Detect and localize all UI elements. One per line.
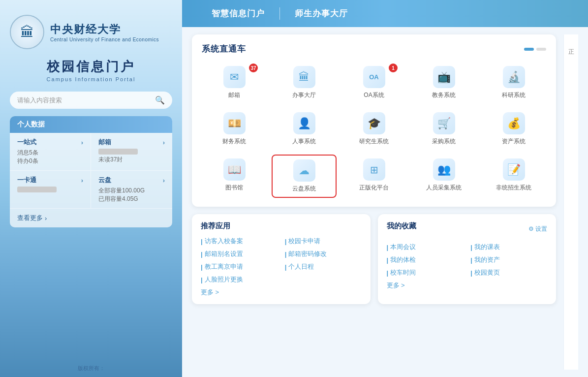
system-item-genuine[interactable]: ⊞ 正版化平台 [341, 155, 406, 198]
enroll-icon: 📝 [503, 158, 525, 181]
favorites-more[interactable]: 更多 > [387, 281, 548, 290]
system-direct-card: 系统直通车 37 ✉ 邮箱 🏛 办事大厅 [192, 34, 556, 207]
messages-count: 消息5条 [17, 149, 83, 157]
nav-affairs-hall[interactable]: 师生办事大厅 [280, 8, 363, 19]
email-address-blurred [98, 149, 165, 156]
bottom-cards: 推荐应用 访客入校备案 校园卡申请 邮箱别名设置 邮箱密码修改 教工离京申请 个… [192, 214, 556, 304]
system-item-enroll[interactable]: 📝 非统招生系统 [481, 155, 546, 198]
link-face-photo[interactable]: 人脸照片更换 [201, 275, 278, 284]
portal-title: 校园信息门户 Campus Information Portal [0, 54, 182, 84]
recommend-more[interactable]: 更多 > [201, 288, 362, 297]
affairs-label: 办事大厅 [292, 91, 316, 99]
view-more-label: 查看更多 [17, 214, 43, 222]
favorites-card: 我的收藏 ⚙ 设置 本周会议 我的课表 我的体检 我的资产 校车时间 校园黄页 … [378, 214, 557, 304]
system-item-cloud[interactable]: ☁ 云盘系统 [272, 155, 337, 198]
cell-yunpan-header: 云盘 › [98, 176, 165, 185]
system-item-purchase[interactable]: 🛒 采购系统 [411, 108, 476, 150]
favorites-header: 我的收藏 ⚙ 设置 [387, 221, 548, 237]
school-name-area: 中央财经大学 Central University of Finance and… [50, 22, 159, 42]
cell-yunpan-arrow: › [163, 177, 165, 184]
cell-yizhanshi-info: 消息5条 待办0条 [17, 149, 83, 165]
system-item-hr[interactable]: 👤 人事系统 [272, 108, 337, 150]
cell-mailbox[interactable]: 邮箱 › 未读37封 [91, 133, 172, 171]
link-email-alias[interactable]: 邮箱别名设置 [201, 250, 278, 258]
oa-badge: 1 [389, 63, 398, 72]
dot-2 [536, 48, 546, 51]
system-item-mail[interactable]: 37 ✉ 邮箱 [202, 62, 267, 103]
system-item-oa[interactable]: 1 OA OA系统 [341, 62, 406, 103]
link-visitor[interactable]: 访客入校备案 [201, 237, 278, 246]
system-icons-grid: 37 ✉ 邮箱 🏛 办事大厅 1 OA OA系统 📺 [202, 62, 546, 198]
system-item-personnel[interactable]: 👥 人员采集系统 [411, 155, 476, 198]
cell-yunpan-title: 云盘 [98, 176, 111, 185]
fav-health-check[interactable]: 我的体检 [387, 255, 464, 264]
cell-yizhanshi-arrow: › [81, 139, 83, 146]
link-email-password[interactable]: 邮箱密码修改 [285, 250, 362, 258]
system-item-library[interactable]: 📖 图书馆 [202, 155, 267, 198]
system-item-assets[interactable]: 💰 资产系统 [481, 108, 546, 150]
cell-yunpan-info: 全部容量100.00G 已用容量4.05G [98, 187, 165, 203]
purchase-icon: 🛒 [433, 112, 455, 134]
cell-mailbox-title: 邮箱 [98, 138, 111, 147]
research-label: 科研系统 [502, 91, 526, 99]
view-more-btn[interactable]: 查看更多 › [10, 209, 172, 227]
link-leave-beijing[interactable]: 教工离京申请 [201, 262, 278, 271]
oa-label: OA系统 [364, 91, 384, 99]
cell-yikatong-arrow: › [81, 177, 83, 184]
system-item-graduate[interactable]: 🎓 研究生系统 [341, 108, 406, 150]
favorites-settings-btn[interactable]: ⚙ 设置 [528, 225, 547, 233]
cell-mailbox-info: 未读37封 [98, 149, 165, 164]
school-name-english: Central University of Finance and Econom… [50, 37, 159, 42]
right-panel: 智慧信息门户 师生办事大厅 系统直通车 37 ✉ [182, 0, 588, 377]
view-more-arrow: › [45, 215, 47, 222]
mail-icon: ✉ [223, 66, 246, 88]
system-item-affairs[interactable]: 🏛 办事大厅 [272, 62, 337, 103]
logo-area: 🏛 中央财经大学 Central University of Finance a… [0, 0, 182, 54]
cell-mailbox-header: 邮箱 › [98, 138, 165, 147]
finance-label: 财务系统 [222, 137, 246, 146]
fav-weekly-meeting[interactable]: 本周会议 [387, 243, 464, 251]
personal-data-grid: 一站式 › 消息5条 待办0条 邮箱 › [10, 133, 172, 209]
school-name-chinese: 中央财经大学 [50, 22, 159, 37]
fav-bus-time[interactable]: 校车时间 [387, 268, 464, 277]
genuine-label: 正版化平台 [359, 184, 389, 192]
cell-yizhanshi[interactable]: 一站式 › 消息5条 待办0条 [10, 133, 91, 171]
cell-yikatong[interactable]: 一卡通 › [10, 171, 91, 209]
academic-icon: 📺 [433, 66, 455, 88]
genuine-icon: ⊞ [363, 158, 385, 181]
favorites-links-grid: 本周会议 我的课表 我的体检 我的资产 校车时间 校园黄页 [387, 243, 548, 277]
card-number-blurred [17, 187, 83, 193]
left-panel: 🏛 中央财经大学 Central University of Finance a… [0, 0, 182, 377]
dot-1 [524, 48, 534, 51]
search-bar[interactable]: 请输入内容搜索 🔍 [10, 92, 172, 109]
search-icon[interactable]: 🔍 [155, 95, 165, 105]
recommend-title: 推荐应用 [201, 221, 362, 231]
system-item-academic[interactable]: 📺 教务系统 [411, 62, 476, 103]
logo-icon: 🏛 [20, 24, 34, 40]
cell-yizhanshi-title: 一站式 [17, 138, 36, 147]
affairs-icon: 🏛 [293, 66, 315, 88]
fav-my-assets[interactable]: 我的资产 [470, 255, 547, 264]
nav-smart-portal[interactable]: 智慧信息门户 [197, 8, 279, 19]
system-item-finance[interactable]: 💴 财务系统 [202, 108, 267, 150]
link-personal-schedule[interactable]: 个人日程 [285, 262, 362, 271]
hr-label: 人事系统 [292, 137, 316, 146]
school-logo: 🏛 [10, 15, 44, 49]
fav-campus-pages[interactable]: 校园黄页 [470, 268, 547, 277]
assets-label: 资产系统 [502, 137, 526, 146]
cell-yunpan[interactable]: 云盘 › 全部容量100.00G 已用容量4.05G [91, 171, 172, 209]
personal-data-section: 个人数据 一站式 › 消息5条 待办0条 邮箱 [10, 116, 172, 227]
fav-my-schedule[interactable]: 我的课表 [470, 243, 547, 251]
search-placeholder: 请输入内容搜索 [17, 96, 62, 105]
link-campus-card[interactable]: 校园卡申请 [285, 237, 362, 246]
portal-title-chinese: 校园信息门户 [0, 58, 182, 75]
library-label: 图书馆 [225, 184, 243, 192]
finance-icon: 💴 [223, 112, 246, 134]
mail-label: 邮箱 [228, 91, 240, 99]
pending-count: 待办0条 [17, 157, 83, 165]
system-item-research[interactable]: 🔬 科研系统 [481, 62, 546, 103]
favorites-title: 我的收藏 [387, 221, 416, 231]
academic-label: 教务系统 [432, 91, 456, 99]
assets-icon: 💰 [503, 112, 525, 134]
graduate-icon: 🎓 [363, 112, 385, 134]
